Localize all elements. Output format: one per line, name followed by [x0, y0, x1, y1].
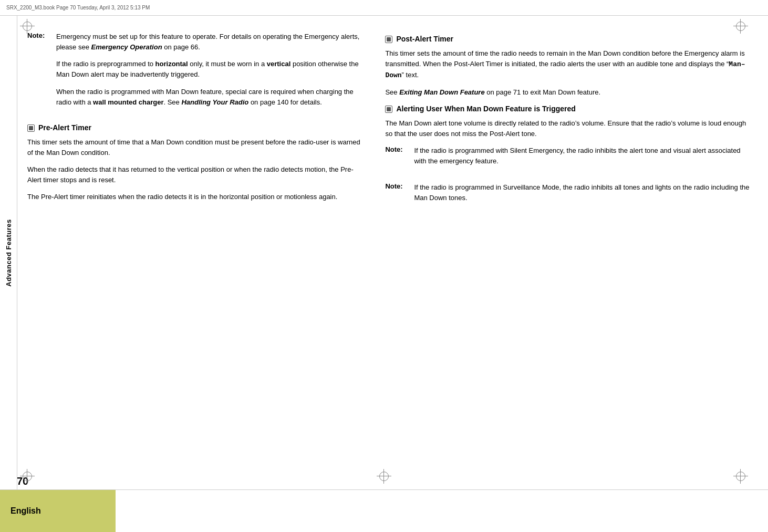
note-para-1: Emergency must be set up for this featur…	[56, 32, 364, 53]
english-tab: English	[0, 490, 116, 532]
pre-alert-para-2: When the radio detects that it has retur…	[27, 164, 364, 185]
sidebar-label-text: Advanced Features	[5, 219, 13, 286]
note-para-right-1: If the radio is programmed with Silent E…	[414, 145, 752, 166]
note-label-right-1: Note:	[385, 145, 414, 173]
top-bar: SRX_2200_M3.book Page 70 Tuesday, April …	[0, 0, 768, 16]
pre-alert-para-3: The Pre-Alert timer reinitiates when the…	[27, 192, 364, 202]
alerting-user-heading: Alerting User When Man Down Feature is T…	[385, 105, 752, 113]
crosshair-bottom-left	[20, 469, 35, 484]
note-block-right-2: Note: If the radio is programmed in Surv…	[385, 182, 752, 210]
post-alert-para-2: See Exiting Man Down Feature on page 71 …	[385, 87, 752, 98]
top-bar-title: SRX_2200_M3.book Page 70 Tuesday, April …	[6, 5, 150, 11]
section-icon-post-alert	[385, 36, 392, 43]
note-block-1: Note: Emergency must be set up for this …	[27, 32, 364, 114]
main-content: Note: Emergency must be set up for this …	[17, 16, 768, 490]
sidebar-label: Advanced Features	[0, 16, 17, 490]
post-alert-timer-heading: Post-Alert Timer	[385, 35, 752, 43]
english-tab-label: English	[11, 506, 41, 516]
note-content-right-1: If the radio is programmed with Silent E…	[414, 145, 752, 173]
pre-alert-timer-title: Pre-Alert Timer	[38, 123, 91, 132]
note-para-3: When the radio is programmed with Man Do…	[56, 87, 364, 108]
alerting-user-title: Alerting User When Man Down Feature is T…	[396, 105, 576, 113]
note-para-right-2: If the radio is programmed in Surveillan…	[414, 182, 752, 203]
pre-alert-para-1: This timer sets the amount of time that …	[27, 137, 364, 158]
left-border-line	[17, 16, 17, 490]
section-icon-pre-alert	[27, 124, 35, 132]
post-alert-para-1: This timer sets the amount of time the r…	[385, 48, 752, 81]
left-column: Note: Emergency must be set up for this …	[17, 16, 377, 490]
right-column: Post-Alert Timer This timer sets the amo…	[377, 16, 768, 490]
note-para-2: If the radio is preprogrammed to horizon…	[56, 59, 364, 80]
bottom-border-line	[0, 489, 768, 490]
note-label-1: Note:	[27, 32, 56, 114]
crosshair-bottom-center	[377, 469, 391, 484]
note-block-right-1: Note: If the radio is programmed with Si…	[385, 145, 752, 173]
note-content-right-2: If the radio is programmed in Surveillan…	[414, 182, 752, 210]
note-label-right-2: Note:	[385, 182, 414, 210]
section-icon-alerting	[385, 106, 392, 113]
pre-alert-timer-heading: Pre-Alert Timer	[27, 123, 364, 132]
alerting-user-para-1: The Man Down alert tone volume is direct…	[385, 118, 752, 139]
note-content-1: Emergency must be set up for this featur…	[56, 32, 364, 114]
crosshair-bottom-right	[733, 469, 748, 484]
post-alert-timer-title: Post-Alert Timer	[396, 35, 453, 43]
